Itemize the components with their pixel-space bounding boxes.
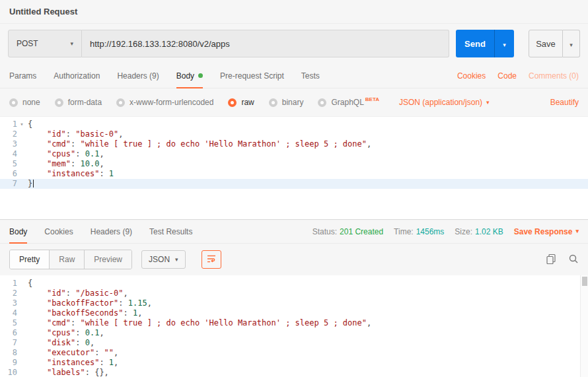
fold-gutter <box>17 279 26 289</box>
response-tab-headers[interactable]: Headers (9) <box>91 220 132 243</box>
fold-gutter <box>17 169 26 179</box>
code-line: 5 "mem": 10.0, <box>0 159 588 169</box>
code-text: "labels": {}, <box>26 368 109 377</box>
response-right-actions <box>546 254 579 266</box>
send-button[interactable]: Send <box>456 30 494 57</box>
code-text: "executor": "", <box>26 348 118 358</box>
radio-none[interactable]: none <box>9 98 40 107</box>
response-section: Body Cookies Headers (9) Test Results St… <box>0 219 588 377</box>
code-text: { <box>26 279 32 289</box>
response-tabs: Body Cookies Headers (9) Test Results St… <box>0 220 588 244</box>
beautify-link[interactable]: Beautify <box>550 98 579 107</box>
view-preview-button[interactable]: Preview <box>85 250 131 269</box>
chevron-down-icon: ▾ <box>575 228 579 234</box>
tab-headers[interactable]: Headers (9) <box>117 63 159 88</box>
code-line: 2 "id": "basic-0", <box>0 129 588 139</box>
size-label: Size: <box>455 227 472 236</box>
code-text: "cpus": 0.1, <box>26 149 104 159</box>
code-line: 6 "cpus": 0.1, <box>0 328 588 338</box>
line-number: 7 <box>0 338 17 348</box>
save-button-group: Save ▾ <box>529 30 580 57</box>
view-mode-switch: Pretty Raw Preview <box>9 250 132 269</box>
radio-binary[interactable]: binary <box>269 98 304 107</box>
scrollbar-thumb[interactable] <box>582 277 587 286</box>
tab-label: Pre-request Script <box>220 71 284 81</box>
time-badge: Time: 1456ms <box>394 227 444 236</box>
radio-raw[interactable]: raw <box>228 98 254 107</box>
save-button[interactable]: Save <box>529 30 563 57</box>
method-select[interactable]: POST ▾ <box>8 30 82 57</box>
beta-badge: BETA <box>365 96 379 102</box>
radio-icon <box>9 98 18 107</box>
response-tab-body[interactable]: Body <box>9 220 27 243</box>
copy-icon <box>546 254 556 266</box>
save-options-button[interactable]: ▾ <box>563 30 580 57</box>
radio-label: form-data <box>68 98 102 107</box>
code-link[interactable]: Code <box>497 71 517 81</box>
request-tabs-right: Cookies Code Comments (0) <box>457 71 579 81</box>
response-body-viewer[interactable]: 1{2 "id": "/basic-0",3 "backoffFactor": … <box>0 275 588 377</box>
fold-gutter <box>17 338 26 348</box>
wrap-lines-button[interactable] <box>202 250 221 269</box>
fold-gutter <box>17 179 26 189</box>
fold-gutter <box>17 348 26 358</box>
size-value: 1.02 KB <box>475 227 503 236</box>
content-type-value: JSON (application/json) <box>399 98 482 107</box>
fold-arrow-icon[interactable]: ▾ <box>17 120 26 129</box>
code-line: 2 "id": "/basic-0", <box>0 289 588 298</box>
response-scrollbar[interactable] <box>580 275 588 377</box>
fold-gutter <box>17 318 26 328</box>
cookies-link[interactable]: Cookies <box>457 71 486 81</box>
content-type-select[interactable]: JSON (application/json) ▾ <box>399 98 490 107</box>
code-text: "backoffSeconds": 1, <box>26 308 142 318</box>
tab-label: Headers (9) <box>117 71 159 81</box>
radio-icon <box>116 98 125 107</box>
status-value: 201 Created <box>340 227 383 236</box>
search-response-button[interactable] <box>568 254 579 266</box>
code-line: 8 "executor": "", <box>0 348 588 358</box>
time-label: Time: <box>394 227 414 236</box>
view-raw-button[interactable]: Raw <box>50 250 85 269</box>
line-number: 6 <box>0 169 17 179</box>
response-view-controls: Pretty Raw Preview JSON ▾ <box>0 244 588 275</box>
line-number: 8 <box>0 348 17 358</box>
code-line: 6 "instances": 1 <box>0 169 588 179</box>
tab-label: Body <box>9 227 27 236</box>
chevron-down-icon: ▾ <box>503 42 506 48</box>
view-pretty-button[interactable]: Pretty <box>10 250 50 269</box>
url-input[interactable] <box>82 30 449 57</box>
radio-x-www-form-urlencoded[interactable]: x-www-form-urlencoded <box>116 98 213 107</box>
save-response-button[interactable]: Save Response ▾ <box>514 227 579 236</box>
radio-icon <box>228 98 237 107</box>
radio-label: raw <box>241 98 254 107</box>
tab-pre-request-script[interactable]: Pre-request Script <box>220 63 284 88</box>
comments-link[interactable]: Comments (0) <box>529 71 579 81</box>
line-number: 1 <box>0 279 17 289</box>
tab-authorization[interactable]: Authorization <box>54 63 100 88</box>
code-line: 5 "cmd": "while [ true ] ; do echo 'Hell… <box>0 318 588 328</box>
copy-response-button[interactable] <box>546 254 556 266</box>
line-number: 5 <box>0 159 17 169</box>
radio-graphql[interactable]: GraphQL BETA <box>318 98 379 107</box>
line-number: 4 <box>0 149 17 159</box>
response-tab-test-results[interactable]: Test Results <box>149 220 192 243</box>
line-number: 6 <box>0 328 17 338</box>
wrap-lines-icon <box>206 254 217 266</box>
response-language-select[interactable]: JSON ▾ <box>141 250 186 269</box>
request-body-editor[interactable]: 1▾{2 "id": "basic-0",3 "cmd": "while [ t… <box>0 116 588 219</box>
line-number: 3 <box>0 298 17 308</box>
code-line: 4 "cpus": 0.1, <box>0 149 588 159</box>
send-options-button[interactable]: ▾ <box>494 30 514 57</box>
tab-params[interactable]: Params <box>9 63 36 88</box>
code-line: 1{ <box>0 279 588 289</box>
tab-label: Authorization <box>54 71 100 81</box>
fold-gutter <box>17 139 26 149</box>
method-value: POST <box>17 39 38 48</box>
code-line: 3 "backoffFactor": 1.15, <box>0 298 588 308</box>
tab-tests[interactable]: Tests <box>301 63 320 88</box>
tab-body[interactable]: Body <box>176 63 203 88</box>
response-tab-cookies[interactable]: Cookies <box>44 220 73 243</box>
radio-label: none <box>22 98 40 107</box>
radio-form-data[interactable]: form-data <box>55 98 102 107</box>
radio-icon <box>55 98 63 107</box>
